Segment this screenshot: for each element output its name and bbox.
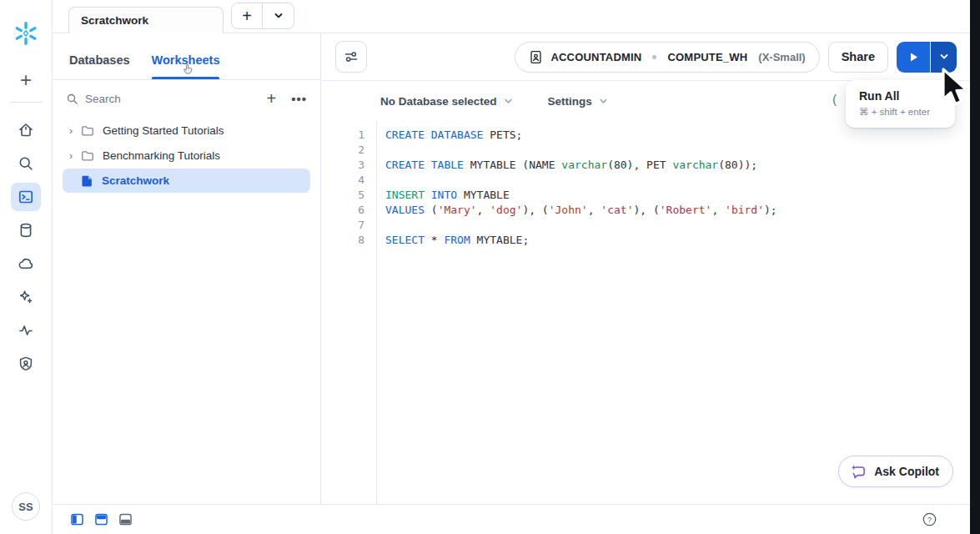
- tree-item-label: Scratchwork: [102, 174, 169, 187]
- new-worksheet-button[interactable]: +: [267, 90, 277, 107]
- rail-data-icon[interactable]: [11, 216, 41, 244]
- gutter: 12345678: [322, 121, 377, 504]
- database-selector[interactable]: No Database selected: [380, 95, 513, 108]
- search-icon: [66, 93, 78, 105]
- tab-list-chevron-button[interactable]: [263, 3, 294, 28]
- line-number: 5: [322, 188, 364, 203]
- chevron-down-icon: [599, 97, 608, 106]
- settings-label: Settings: [548, 95, 592, 108]
- line-number: 2: [322, 143, 364, 158]
- warehouse-label: COMPUTE_WH: [667, 51, 747, 63]
- code-line[interactable]: CREATE DATABASE PETS;: [385, 128, 970, 143]
- rail-cloud-icon[interactable]: [11, 249, 41, 278]
- user-avatar[interactable]: SS: [12, 492, 40, 521]
- tree-item-folder[interactable]: › Benchmarking Tutorials: [63, 144, 310, 168]
- tree-item-label: Benchmarking Tutorials: [103, 149, 220, 162]
- tree-item-worksheet-selected[interactable]: Scratchwork: [63, 169, 310, 193]
- panel-top-toggle-icon[interactable]: [95, 513, 108, 526]
- worksheet-tree: › Getting Started Tutorials › Benchmarki…: [53, 117, 320, 193]
- role-badge-icon: [529, 50, 543, 64]
- panel-bottom-toggle-icon[interactable]: [119, 513, 132, 526]
- tree-item-label: Getting Started Tutorials: [103, 124, 224, 137]
- rail-admin-icon[interactable]: [11, 350, 41, 378]
- folder-icon: [81, 149, 94, 163]
- context-selector[interactable]: ACCOUNTADMIN COMPUTE_WH (X-Small): [515, 42, 819, 73]
- line-number: 4: [322, 173, 364, 188]
- play-icon: [908, 52, 919, 63]
- more-options-icon[interactable]: •••: [291, 92, 307, 106]
- run-options-chevron-button[interactable]: [931, 42, 957, 73]
- settings-dropdown[interactable]: Settings: [548, 95, 608, 108]
- share-button[interactable]: Share: [828, 42, 888, 73]
- code-line[interactable]: [385, 218, 970, 233]
- rail-home-icon[interactable]: [11, 116, 41, 144]
- layout-toggles: [71, 513, 132, 526]
- code-line[interactable]: CREATE TABLE MYTABLE (NAME varchar(80), …: [385, 158, 970, 173]
- new-item-plus-icon[interactable]: +: [20, 70, 32, 90]
- code-line[interactable]: VALUES ('Mary', 'dog'), ('John', 'cat'),…: [385, 203, 970, 218]
- run-all-shortcut: ⌘ + shift + enter: [859, 106, 942, 118]
- line-number: 6: [322, 203, 364, 218]
- rail-ai-sparkles-icon[interactable]: [11, 283, 41, 311]
- line-number: 8: [322, 233, 364, 248]
- sidebar-tab-worksheets[interactable]: Worksheets: [152, 53, 220, 79]
- run-split-button: [897, 42, 957, 73]
- chevron-down-icon: [504, 97, 513, 106]
- search-input[interactable]: Search: [85, 93, 267, 105]
- sidebar-search-row: Search + •••: [53, 80, 320, 117]
- folder-icon: [81, 124, 94, 138]
- ask-copilot-label: Ask Copilot: [874, 465, 939, 478]
- database-selector-label: No Database selected: [380, 95, 497, 108]
- left-nav-rail: + SS: [0, 0, 53, 534]
- chevron-down-icon: [939, 52, 949, 62]
- snowflake-logo-icon[interactable]: [13, 20, 39, 47]
- panel-left-toggle-icon[interactable]: [71, 513, 83, 526]
- partially-hidden-text: (: [832, 93, 837, 106]
- line-number: 3: [322, 158, 364, 173]
- rail-worksheets-icon[interactable]: [11, 183, 41, 211]
- document-icon: [81, 174, 93, 188]
- run-button[interactable]: [897, 42, 930, 73]
- code-line[interactable]: INSERT INTO MYTABLE: [385, 188, 970, 203]
- code-line[interactable]: [385, 143, 970, 158]
- code-content[interactable]: CREATE DATABASE PETS; CREATE TABLE MYTAB…: [377, 121, 970, 504]
- worksheet-tabstrip: Scratchwork +: [53, 0, 970, 33]
- sidebar-tab-databases[interactable]: Databases: [69, 53, 130, 79]
- tab-label: Scratchwork: [81, 14, 148, 27]
- tab-actions-group: +: [231, 3, 294, 29]
- chevron-down-icon: [274, 11, 284, 21]
- help-icon[interactable]: ?: [922, 512, 937, 526]
- line-number: 1: [322, 128, 364, 143]
- sidebar-tabs: Databases Worksheets: [53, 33, 320, 80]
- screen-edge-strip: [970, 0, 980, 534]
- new-tab-button[interactable]: +: [232, 3, 263, 28]
- separator-dot: [652, 55, 656, 59]
- status-bar: ?: [53, 504, 970, 534]
- copilot-sparkle-chat-icon: [850, 463, 867, 480]
- run-options-menu: Run All ⌘ + shift + enter: [846, 80, 955, 128]
- svg-text:?: ?: [927, 516, 932, 524]
- chevron-right-icon[interactable]: ›: [69, 125, 81, 137]
- line-number: 7: [322, 218, 364, 233]
- sidebar: Databases Worksheets Search + ••• › Gett…: [53, 33, 321, 504]
- code-line[interactable]: SELECT * FROM MYTABLE;: [385, 233, 970, 248]
- rail-divider: [10, 102, 42, 103]
- rail-search-icon[interactable]: [11, 149, 41, 178]
- run-all-menu-item[interactable]: Run All: [859, 89, 942, 103]
- ask-copilot-button[interactable]: Ask Copilot: [838, 456, 953, 487]
- sql-editor: 12345678 CREATE DATABASE PETS; CREATE TA…: [322, 121, 970, 504]
- code-line[interactable]: [385, 173, 970, 188]
- tab-scratchwork[interactable]: Scratchwork: [68, 7, 224, 33]
- rail-activity-icon[interactable]: [11, 316, 41, 345]
- sliders-icon: [344, 49, 359, 64]
- chevron-right-icon[interactable]: ›: [69, 150, 81, 162]
- editor-header: ACCOUNTADMIN COMPUTE_WH (X-Small) Share: [322, 33, 970, 81]
- filters-button[interactable]: [335, 41, 367, 73]
- warehouse-size-label: (X-Small): [758, 51, 805, 63]
- tree-item-folder[interactable]: › Getting Started Tutorials: [63, 118, 310, 143]
- role-label: ACCOUNTADMIN: [550, 51, 641, 63]
